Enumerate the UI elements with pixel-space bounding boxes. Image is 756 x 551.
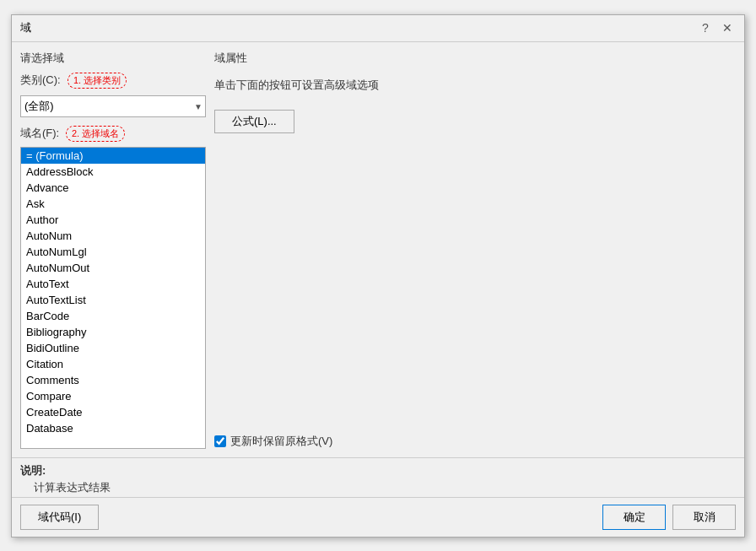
bottom-right: 确定 取消 xyxy=(602,505,736,530)
dialog-body: 请选择域 类别(C): 1. 选择类别 (全部) 日期和时间 文档信息 邮件合并… xyxy=(12,42,744,457)
list-item[interactable]: AutoText xyxy=(21,276,205,292)
list-item[interactable]: = (Formula) xyxy=(21,148,205,164)
list-item[interactable]: CreateDate xyxy=(21,404,205,420)
preserve-format-row: 更新时保留原格式(V) xyxy=(214,434,736,449)
list-item[interactable]: Bibliography xyxy=(21,324,205,340)
list-item[interactable]: AutoNumOut xyxy=(21,260,205,276)
left-panel: 请选择域 类别(C): 1. 选择类别 (全部) 日期和时间 文档信息 邮件合并… xyxy=(20,51,206,449)
formula-button[interactable]: 公式(L)... xyxy=(214,110,294,133)
dialog-title: 域 xyxy=(20,20,31,35)
spacer xyxy=(214,142,736,425)
field-name-row: 域名(F): 2. 选择域名 xyxy=(20,126,206,142)
list-item[interactable]: AutoNum xyxy=(21,228,205,244)
list-item[interactable]: Advance xyxy=(21,180,205,196)
description-text: 计算表达式结果 xyxy=(20,480,736,495)
category-annotation: 1. 选择类别 xyxy=(68,73,127,89)
category-select[interactable]: (全部) 日期和时间 文档信息 邮件合并 数字 用户信息 索引和目录 xyxy=(20,95,206,117)
list-item[interactable]: Compare xyxy=(21,388,205,404)
title-buttons: ? ✕ xyxy=(697,19,736,36)
field-properties-title: 域属性 xyxy=(214,51,736,66)
category-label: 类别(C): xyxy=(20,73,62,88)
field-properties-subtitle: 单击下面的按钮可设置高级域选项 xyxy=(214,78,736,93)
bottom-left: 域代码(I) xyxy=(20,505,99,530)
category-row: 类别(C): 1. 选择类别 xyxy=(20,73,206,89)
field-annotation: 2. 选择域名 xyxy=(66,126,125,142)
list-item[interactable]: BidiOutline xyxy=(21,340,205,356)
preserve-format-label[interactable]: 更新时保留原格式(V) xyxy=(230,434,332,449)
right-panel: 域属性 单击下面的按钮可设置高级域选项 公式(L)... 更新时保留原格式(V) xyxy=(214,51,736,449)
list-item[interactable]: Ask xyxy=(21,196,205,212)
ok-button[interactable]: 确定 xyxy=(602,505,666,530)
list-item[interactable]: Database xyxy=(21,420,205,436)
field-name-label: 域名(F): xyxy=(20,126,62,141)
preserve-format-checkbox[interactable] xyxy=(214,435,226,447)
right-content: 域属性 单击下面的按钮可设置高级域选项 公式(L)... 更新时保留原格式(V) xyxy=(214,51,736,449)
dialog-container: 域 ? ✕ 请选择域 类别(C): 1. 选择类别 (全部) 日期和时间 文档信… xyxy=(11,14,745,537)
list-item[interactable]: Author xyxy=(21,212,205,228)
select-field-title: 请选择域 xyxy=(20,51,206,66)
category-select-wrapper: (全部) 日期和时间 文档信息 邮件合并 数字 用户信息 索引和目录 ▼ xyxy=(20,95,206,117)
list-item[interactable]: Comments xyxy=(21,372,205,388)
help-button[interactable]: ? xyxy=(697,19,714,36)
bottom-bar: 域代码(I) 确定 取消 xyxy=(12,497,744,537)
cancel-button[interactable]: 取消 xyxy=(672,505,736,530)
list-item[interactable]: Citation xyxy=(21,356,205,372)
list-item[interactable]: BarCode xyxy=(21,308,205,324)
list-item[interactable]: AutoTextList xyxy=(21,292,205,308)
field-code-button[interactable]: 域代码(I) xyxy=(20,505,99,530)
field-list[interactable]: = (Formula)AddressBlockAdvanceAskAuthorA… xyxy=(20,147,206,449)
list-item[interactable]: AddressBlock xyxy=(21,164,205,180)
list-item[interactable]: AutoNumLgl xyxy=(21,244,205,260)
description-area: 说明: 计算表达式结果 xyxy=(12,457,744,497)
close-button[interactable]: ✕ xyxy=(719,19,736,36)
title-bar: 域 ? ✕ xyxy=(12,15,744,42)
description-label: 说明: xyxy=(20,463,736,478)
